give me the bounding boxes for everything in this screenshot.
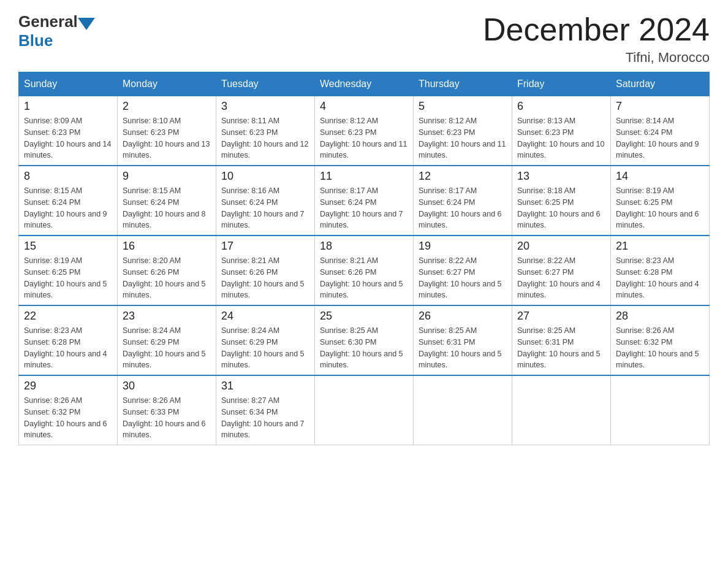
calendar-cell: 5 Sunrise: 8:12 AM Sunset: 6:23 PM Dayli… bbox=[414, 96, 512, 166]
day-info: Sunrise: 8:26 AM Sunset: 6:33 PM Dayligh… bbox=[123, 395, 211, 441]
day-number: 8 bbox=[24, 170, 112, 183]
day-info: Sunrise: 8:26 AM Sunset: 6:32 PM Dayligh… bbox=[24, 395, 112, 441]
day-number: 12 bbox=[419, 170, 507, 183]
calendar-cell: 3 Sunrise: 8:11 AM Sunset: 6:23 PM Dayli… bbox=[216, 96, 315, 166]
calendar-cell: 22 Sunrise: 8:23 AM Sunset: 6:28 PM Dayl… bbox=[19, 305, 118, 375]
day-info: Sunrise: 8:15 AM Sunset: 6:24 PM Dayligh… bbox=[24, 185, 112, 231]
day-info: Sunrise: 8:13 AM Sunset: 6:23 PM Dayligh… bbox=[517, 115, 605, 161]
day-info: Sunrise: 8:20 AM Sunset: 6:26 PM Dayligh… bbox=[123, 255, 211, 301]
logo-general-text: General bbox=[18, 12, 78, 31]
calendar-cell: 19 Sunrise: 8:22 AM Sunset: 6:27 PM Dayl… bbox=[414, 236, 512, 305]
calendar-cell: 12 Sunrise: 8:17 AM Sunset: 6:24 PM Dayl… bbox=[414, 166, 512, 236]
day-info: Sunrise: 8:19 AM Sunset: 6:25 PM Dayligh… bbox=[616, 185, 704, 231]
day-number: 1 bbox=[24, 100, 112, 113]
calendar-cell: 27 Sunrise: 8:25 AM Sunset: 6:31 PM Dayl… bbox=[512, 305, 611, 375]
calendar-cell: 14 Sunrise: 8:19 AM Sunset: 6:25 PM Dayl… bbox=[611, 166, 710, 236]
day-info: Sunrise: 8:25 AM Sunset: 6:31 PM Dayligh… bbox=[419, 325, 507, 371]
calendar-cell: 29 Sunrise: 8:26 AM Sunset: 6:32 PM Dayl… bbox=[19, 375, 118, 445]
day-number: 18 bbox=[320, 240, 408, 253]
calendar-cell bbox=[611, 375, 710, 445]
day-number: 10 bbox=[221, 170, 309, 183]
day-number: 7 bbox=[616, 100, 704, 113]
calendar-cell: 18 Sunrise: 8:21 AM Sunset: 6:26 PM Dayl… bbox=[315, 236, 414, 305]
calendar-cell: 20 Sunrise: 8:22 AM Sunset: 6:27 PM Dayl… bbox=[512, 236, 611, 305]
calendar-cell: 30 Sunrise: 8:26 AM Sunset: 6:33 PM Dayl… bbox=[118, 375, 216, 445]
day-number: 2 bbox=[123, 100, 211, 113]
page-header: General Blue December 2024 Tifni, Morocc… bbox=[18, 12, 710, 66]
day-info: Sunrise: 8:17 AM Sunset: 6:24 PM Dayligh… bbox=[320, 185, 408, 231]
calendar-cell: 17 Sunrise: 8:21 AM Sunset: 6:26 PM Dayl… bbox=[216, 236, 315, 305]
col-wednesday: Wednesday bbox=[315, 72, 414, 96]
calendar-cell bbox=[512, 375, 611, 445]
calendar-table: Sunday Monday Tuesday Wednesday Thursday… bbox=[18, 72, 710, 445]
calendar-cell: 10 Sunrise: 8:16 AM Sunset: 6:24 PM Dayl… bbox=[216, 166, 315, 236]
day-number: 14 bbox=[616, 170, 704, 183]
week-row-1: 1 Sunrise: 8:09 AM Sunset: 6:23 PM Dayli… bbox=[19, 96, 710, 166]
day-info: Sunrise: 8:17 AM Sunset: 6:24 PM Dayligh… bbox=[419, 185, 507, 231]
calendar-cell: 2 Sunrise: 8:10 AM Sunset: 6:23 PM Dayli… bbox=[118, 96, 216, 166]
day-number: 29 bbox=[24, 380, 112, 393]
day-info: Sunrise: 8:10 AM Sunset: 6:23 PM Dayligh… bbox=[123, 115, 211, 161]
day-info: Sunrise: 8:24 AM Sunset: 6:29 PM Dayligh… bbox=[221, 325, 309, 371]
day-info: Sunrise: 8:22 AM Sunset: 6:27 PM Dayligh… bbox=[517, 255, 605, 301]
day-info: Sunrise: 8:14 AM Sunset: 6:24 PM Dayligh… bbox=[616, 115, 704, 161]
day-number: 21 bbox=[616, 240, 704, 253]
calendar-cell: 15 Sunrise: 8:19 AM Sunset: 6:25 PM Dayl… bbox=[19, 236, 118, 305]
day-info: Sunrise: 8:25 AM Sunset: 6:31 PM Dayligh… bbox=[517, 325, 605, 371]
calendar-cell: 26 Sunrise: 8:25 AM Sunset: 6:31 PM Dayl… bbox=[414, 305, 512, 375]
calendar-cell: 31 Sunrise: 8:27 AM Sunset: 6:34 PM Dayl… bbox=[216, 375, 315, 445]
day-info: Sunrise: 8:22 AM Sunset: 6:27 PM Dayligh… bbox=[419, 255, 507, 301]
calendar-cell: 25 Sunrise: 8:25 AM Sunset: 6:30 PM Dayl… bbox=[315, 305, 414, 375]
day-number: 23 bbox=[123, 310, 211, 323]
day-number: 31 bbox=[221, 380, 309, 393]
calendar-cell: 21 Sunrise: 8:23 AM Sunset: 6:28 PM Dayl… bbox=[611, 236, 710, 305]
calendar-cell: 1 Sunrise: 8:09 AM Sunset: 6:23 PM Dayli… bbox=[19, 96, 118, 166]
day-number: 13 bbox=[517, 170, 605, 183]
day-info: Sunrise: 8:19 AM Sunset: 6:25 PM Dayligh… bbox=[24, 255, 112, 301]
day-info: Sunrise: 8:23 AM Sunset: 6:28 PM Dayligh… bbox=[616, 255, 704, 301]
day-number: 22 bbox=[24, 310, 112, 323]
month-title: December 2024 bbox=[483, 12, 710, 47]
day-info: Sunrise: 8:12 AM Sunset: 6:23 PM Dayligh… bbox=[419, 115, 507, 161]
col-monday: Monday bbox=[118, 72, 216, 96]
calendar-cell: 8 Sunrise: 8:15 AM Sunset: 6:24 PM Dayli… bbox=[19, 166, 118, 236]
calendar-cell: 24 Sunrise: 8:24 AM Sunset: 6:29 PM Dayl… bbox=[216, 305, 315, 375]
day-number: 16 bbox=[123, 240, 211, 253]
day-info: Sunrise: 8:18 AM Sunset: 6:25 PM Dayligh… bbox=[517, 185, 605, 231]
day-number: 20 bbox=[517, 240, 605, 253]
day-info: Sunrise: 8:15 AM Sunset: 6:24 PM Dayligh… bbox=[123, 185, 211, 231]
day-number: 3 bbox=[221, 100, 309, 113]
day-info: Sunrise: 8:27 AM Sunset: 6:34 PM Dayligh… bbox=[221, 395, 309, 441]
day-info: Sunrise: 8:23 AM Sunset: 6:28 PM Dayligh… bbox=[24, 325, 112, 371]
day-info: Sunrise: 8:09 AM Sunset: 6:23 PM Dayligh… bbox=[24, 115, 112, 161]
location-subtitle: Tifni, Morocco bbox=[483, 50, 710, 66]
day-number: 6 bbox=[517, 100, 605, 113]
day-number: 30 bbox=[123, 380, 211, 393]
calendar-cell: 23 Sunrise: 8:24 AM Sunset: 6:29 PM Dayl… bbox=[118, 305, 216, 375]
day-info: Sunrise: 8:21 AM Sunset: 6:26 PM Dayligh… bbox=[320, 255, 408, 301]
day-number: 5 bbox=[419, 100, 507, 113]
week-row-3: 15 Sunrise: 8:19 AM Sunset: 6:25 PM Dayl… bbox=[19, 236, 710, 305]
day-number: 27 bbox=[517, 310, 605, 323]
day-number: 28 bbox=[616, 310, 704, 323]
day-number: 24 bbox=[221, 310, 309, 323]
col-sunday: Sunday bbox=[19, 72, 118, 96]
day-info: Sunrise: 8:25 AM Sunset: 6:30 PM Dayligh… bbox=[320, 325, 408, 371]
day-info: Sunrise: 8:24 AM Sunset: 6:29 PM Dayligh… bbox=[123, 325, 211, 371]
calendar-cell bbox=[414, 375, 512, 445]
day-info: Sunrise: 8:16 AM Sunset: 6:24 PM Dayligh… bbox=[221, 185, 309, 231]
week-row-2: 8 Sunrise: 8:15 AM Sunset: 6:24 PM Dayli… bbox=[19, 166, 710, 236]
day-number: 26 bbox=[419, 310, 507, 323]
day-number: 11 bbox=[320, 170, 408, 183]
calendar-cell: 4 Sunrise: 8:12 AM Sunset: 6:23 PM Dayli… bbox=[315, 96, 414, 166]
day-number: 15 bbox=[24, 240, 112, 253]
calendar-cell: 28 Sunrise: 8:26 AM Sunset: 6:32 PM Dayl… bbox=[611, 305, 710, 375]
logo-arrow-icon bbox=[78, 18, 95, 30]
week-row-4: 22 Sunrise: 8:23 AM Sunset: 6:28 PM Dayl… bbox=[19, 305, 710, 375]
col-saturday: Saturday bbox=[611, 72, 710, 96]
day-info: Sunrise: 8:26 AM Sunset: 6:32 PM Dayligh… bbox=[616, 325, 704, 371]
day-number: 17 bbox=[221, 240, 309, 253]
calendar-cell: 11 Sunrise: 8:17 AM Sunset: 6:24 PM Dayl… bbox=[315, 166, 414, 236]
calendar-cell bbox=[315, 375, 414, 445]
day-info: Sunrise: 8:12 AM Sunset: 6:23 PM Dayligh… bbox=[320, 115, 408, 161]
